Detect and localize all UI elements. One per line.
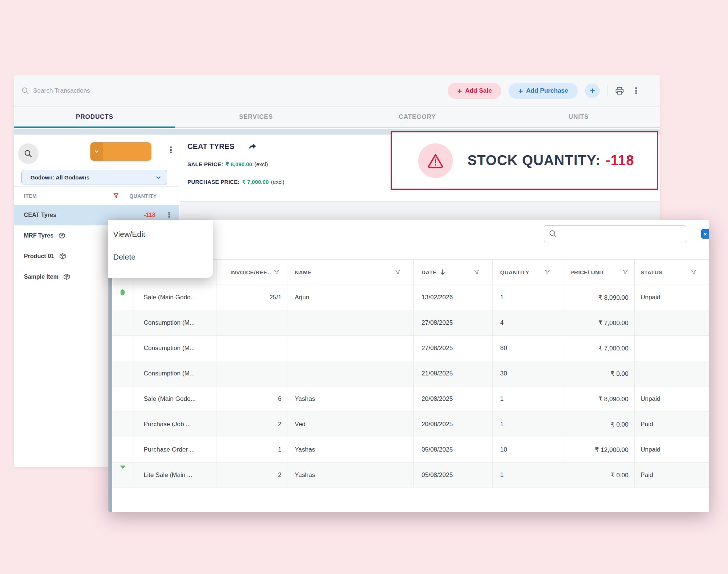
- context-menu-view-edit[interactable]: View/Edit: [108, 223, 213, 246]
- cell-invoice: [216, 336, 287, 361]
- stock-quantity-value: -118: [606, 153, 634, 168]
- item-filter-icon[interactable]: [113, 193, 119, 199]
- add-item-dropdown[interactable]: [90, 142, 103, 161]
- filter-icon[interactable]: [691, 269, 697, 275]
- cell-name: [287, 361, 413, 386]
- purchase-price-line: PURCHASE PRICE:₹ 7,000.00(excl): [187, 179, 284, 185]
- godown-filter-select[interactable]: Godown: All Godowns: [21, 170, 167, 185]
- cell-status: Paid: [634, 463, 709, 488]
- cell-name: Yashas: [287, 386, 413, 411]
- column-header-status[interactable]: STATUS: [634, 260, 709, 285]
- item-search-button[interactable]: [18, 143, 39, 164]
- share-icon[interactable]: [248, 142, 257, 151]
- filter-icon[interactable]: [544, 269, 551, 275]
- table-row[interactable]: Purchase Order ... 1 Yashas 05/08/2025 1…: [112, 437, 709, 463]
- cell-name: Yashas: [287, 437, 413, 462]
- filter-icon[interactable]: [273, 269, 280, 275]
- cell-quantity: 30: [492, 361, 563, 386]
- cell-status: [634, 361, 709, 386]
- item-list-header: ITEM QUANTITY: [14, 186, 179, 205]
- package-icon: [59, 253, 67, 260]
- item-more-button[interactable]: ⋮: [165, 211, 173, 219]
- cell-type: Lite Sale (Main ...: [133, 463, 216, 488]
- search-transactions-input[interactable]: [33, 87, 187, 95]
- sidebar-more-button[interactable]: ⋮: [166, 146, 175, 154]
- more-options-button[interactable]: ⋮: [632, 86, 641, 95]
- table-row[interactable]: Sale (Main Godo... 6 Yashas 20/08/2025 1…: [112, 386, 709, 412]
- table-row[interactable]: Consumption (M... 27/08/2025 80 ₹ 7,000.…: [112, 336, 709, 361]
- table-row[interactable]: Consumption (M... 27/08/2025 4 ₹ 7,000.0…: [112, 310, 709, 336]
- cell-type: Consumption (M...: [133, 336, 216, 361]
- column-header-quantity[interactable]: QUANTITY: [492, 260, 563, 285]
- cell-name: [287, 310, 413, 335]
- cell-invoice: 2: [216, 412, 287, 437]
- chevron-down-icon: [94, 149, 100, 154]
- cell-status: [634, 310, 709, 335]
- column-header-price[interactable]: PRICE/ UNIT: [563, 260, 634, 285]
- cell-name: Yashas: [287, 463, 413, 488]
- cell-date: 27/08/2025: [413, 336, 492, 361]
- filter-icon[interactable]: [474, 269, 480, 275]
- transactions-search-field[interactable]: [544, 225, 686, 242]
- cell-quantity: 1: [492, 285, 563, 310]
- cell-name: [287, 336, 413, 361]
- cell-name: Arjun: [287, 285, 413, 310]
- table-row[interactable]: Sale (Main Godo... 25/1 Arjun 13/02/2026…: [112, 285, 709, 310]
- column-header-name[interactable]: NAME: [287, 260, 413, 285]
- cell-quantity: 10: [492, 437, 563, 462]
- cell-date: 20/08/2025: [413, 412, 492, 437]
- add-purchase-button[interactable]: + Add Purchase: [509, 83, 578, 99]
- filter-icon[interactable]: [622, 269, 628, 275]
- context-menu-delete[interactable]: Delete: [108, 246, 213, 268]
- cell-price: ₹ 8,090.00: [563, 386, 634, 411]
- package-icon: [58, 232, 66, 240]
- tab-category[interactable]: CATEGORY: [337, 107, 498, 127]
- cell-quantity: 1: [492, 386, 563, 411]
- item-quantity: -118: [144, 212, 155, 218]
- add-sale-button[interactable]: + Add Sale: [448, 83, 501, 99]
- column-header-date[interactable]: DATE: [413, 260, 492, 285]
- cell-date: 05/08/2025: [413, 437, 492, 462]
- cell-status: Unpaid: [634, 386, 709, 411]
- transactions-search-input[interactable]: [561, 231, 681, 237]
- cell-type: Sale (Main Godo...: [133, 386, 216, 411]
- add-item-button[interactable]: + Add Item: [90, 142, 151, 161]
- cell-type: Sale (Main Godo...: [133, 285, 216, 310]
- printer-icon: [615, 86, 624, 96]
- screen: + Add Sale + Add Purchase + ⋮: [0, 0, 728, 574]
- tab-services[interactable]: SERVICES: [175, 107, 337, 127]
- quick-add-button[interactable]: +: [585, 83, 600, 98]
- item-column-label: ITEM: [24, 193, 37, 199]
- column-header-invoice[interactable]: INVOICE/REF...: [216, 260, 287, 285]
- table-row[interactable]: Consumption (M... 21/08/2025 30 ₹ 0.00: [112, 361, 709, 386]
- kebab-icon: ⋮: [166, 146, 175, 154]
- close-panel-button[interactable]: ×: [701, 229, 709, 239]
- cell-type: Purchase (Job ...: [133, 412, 216, 437]
- stock-quantity-alert: STOCK QUANTITY: -118: [391, 131, 658, 190]
- filter-icon[interactable]: [395, 269, 401, 275]
- toolbar-divider: [607, 85, 607, 96]
- green-dot-indicator: [121, 289, 125, 295]
- green-caret-indicator: [120, 466, 126, 469]
- cell-price: ₹ 0.00: [563, 412, 634, 437]
- cell-type: Consumption (M...: [133, 310, 216, 335]
- table-row[interactable]: Lite Sale (Main ... 2 Yashas 05/08/2025 …: [112, 463, 709, 488]
- tab-bar: PRODUCTS SERVICES CATEGORY UNITS: [14, 107, 660, 128]
- print-button[interactable]: [615, 86, 624, 96]
- tab-products[interactable]: PRODUCTS: [14, 107, 175, 127]
- toolbar-actions: + Add Sale + Add Purchase + ⋮: [448, 83, 641, 99]
- chevron-down-icon: [155, 174, 162, 181]
- stock-quantity-label: STOCK QUANTITY:: [467, 153, 600, 168]
- sort-descending-icon: [440, 269, 446, 275]
- transaction-search[interactable]: [21, 87, 187, 95]
- search-icon: [21, 87, 29, 95]
- cell-date: 05/08/2025: [413, 463, 492, 488]
- cell-date: 27/08/2025: [413, 310, 492, 335]
- cell-name: Ved: [287, 412, 413, 437]
- tab-units[interactable]: UNITS: [498, 107, 659, 127]
- close-icon: ×: [704, 231, 707, 237]
- kebab-icon: ⋮: [632, 86, 641, 95]
- cell-invoice: [216, 361, 287, 386]
- table-row[interactable]: Purchase (Job ... 2 Ved 20/08/2025 1 ₹ 0…: [112, 412, 709, 437]
- cell-type: Consumption (M...: [133, 361, 216, 386]
